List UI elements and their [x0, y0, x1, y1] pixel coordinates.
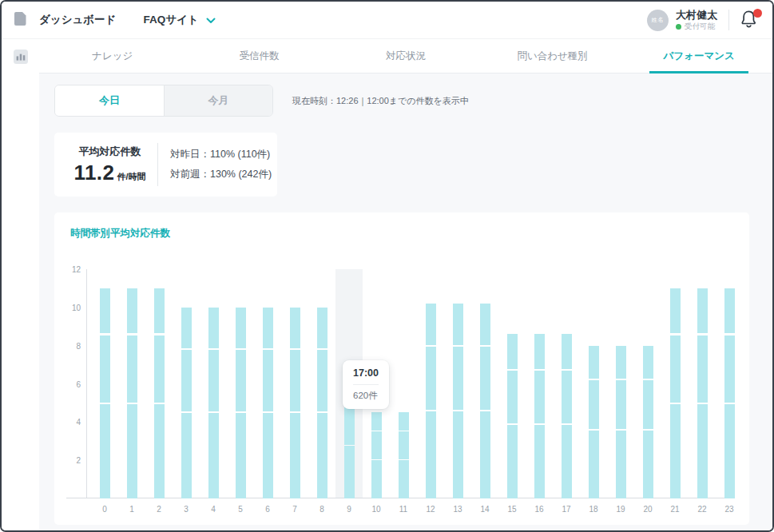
bar-hour-2[interactable] [154, 288, 165, 498]
tab-received-count[interactable]: 受信件数 [186, 39, 333, 73]
bar-hour-13[interactable] [453, 304, 463, 498]
bar-hour-10[interactable] [371, 412, 382, 498]
chart-title: 時間帯別平均対応件数 [70, 227, 741, 240]
bar-hour-20[interactable] [643, 346, 653, 498]
bar-hour-8[interactable] [317, 308, 327, 498]
x-tick: 0 [91, 505, 118, 514]
toggle-this-month-button[interactable]: 今月 [164, 85, 272, 116]
bar-hour-1[interactable] [127, 288, 137, 498]
notification-badge [753, 9, 762, 18]
bar-column-13: 13 [444, 269, 471, 498]
notifications-button[interactable] [740, 10, 760, 30]
main-area: ナレッジ 受信件数 対応状況 問い合わせ種別 パフォーマンス 今日 今月 [39, 39, 772, 530]
bar-hour-3[interactable] [181, 308, 192, 498]
x-tick: 22 [689, 505, 716, 514]
bar-hour-5[interactable] [236, 308, 246, 498]
comparison-last-week: 対前週：130% (242件) [170, 165, 272, 185]
bar-columns: 01234567891011121314151617181920212223 [87, 269, 738, 498]
bar-hour-4[interactable] [208, 308, 219, 498]
plot-area: 01234567891011121314151617181920212223 1… [86, 269, 738, 498]
x-tick: 18 [580, 505, 607, 514]
bell-icon [740, 18, 758, 31]
comparison-block: 対昨日：110% (110件) 対前週：130% (242件) [158, 145, 272, 185]
bar-hour-15[interactable] [507, 334, 518, 498]
bar-column-7: 7 [281, 269, 308, 498]
y-tick: 6 [76, 379, 81, 388]
bar-hour-11[interactable] [399, 412, 409, 498]
x-tick: 14 [471, 505, 498, 514]
x-tick: 12 [417, 505, 444, 514]
average-response-card: 平均対応件数 11.2件/時間 対昨日：110% (110件) 対前週：130%… [54, 133, 277, 197]
bar-hour-17[interactable] [562, 334, 572, 498]
x-tick: 19 [607, 505, 634, 514]
bar-hour-12[interactable] [426, 304, 436, 498]
app-window: ダッシュボード FAQサイト 姓名 大村健太 受付可能 [0, 0, 774, 532]
x-tick: 8 [308, 505, 335, 514]
tab-label: ナレッジ [92, 50, 133, 63]
y-tick: 2 [76, 456, 81, 465]
toggle-today-button[interactable]: 今日 [55, 85, 164, 116]
bar-column-4: 4 [200, 269, 227, 498]
site-selector[interactable]: FAQサイト [143, 13, 215, 27]
x-tick: 16 [526, 505, 553, 514]
metric-block: 平均対応件数 11.2件/時間 [54, 145, 154, 185]
tab-inquiry-type[interactable]: 問い合わせ種別 [479, 39, 626, 73]
tooltip-count: 620件 [353, 390, 379, 402]
user-name: 大村健太 [676, 9, 717, 22]
bar-column-17: 17 [553, 269, 580, 498]
bar-hour-7[interactable] [290, 308, 300, 498]
user-status-label: 受付可能 [685, 22, 715, 31]
bar-column-5: 5 [227, 269, 254, 498]
x-tick: 9 [335, 505, 363, 514]
tab-knowledge[interactable]: ナレッジ [39, 39, 186, 73]
tab-response-status[interactable]: 対応状況 [332, 39, 479, 73]
toggle-this-month-label: 今月 [208, 93, 229, 108]
tooltip-divider [353, 384, 379, 385]
topbar: ダッシュボード FAQサイト 姓名 大村健太 受付可能 [2, 2, 772, 39]
y-tick: 12 [72, 265, 81, 274]
bar-hour-6[interactable] [263, 308, 273, 498]
x-tick: 20 [634, 505, 661, 514]
bar-hour-21[interactable] [670, 288, 681, 498]
tab-performance[interactable]: パフォーマンス [625, 39, 772, 73]
site-selector-label: FAQサイト [143, 13, 198, 27]
tab-label: パフォーマンス [664, 50, 735, 63]
y-tick: 8 [76, 341, 81, 350]
x-tick: 6 [254, 505, 281, 514]
x-tick: 1 [118, 505, 145, 514]
bar-column-21: 21 [661, 269, 689, 498]
bar-column-22: 22 [689, 269, 716, 498]
bar-hour-0[interactable] [100, 288, 110, 498]
avatar-text: 姓名 [652, 16, 665, 24]
bar-column-16: 16 [526, 269, 553, 498]
bar-column-6: 6 [254, 269, 281, 498]
sidebar-item-analytics[interactable] [14, 50, 28, 530]
tab-label: 対応状況 [386, 50, 426, 63]
bar-column-8: 8 [308, 269, 335, 498]
bar-column-18: 18 [580, 269, 607, 498]
bar-hour-14[interactable] [480, 304, 490, 498]
user-menu[interactable]: 姓名 大村健太 受付可能 [647, 9, 717, 31]
period-toggle-row: 今日 今月 現在時刻：12:26｜12:00までの件数を表示中 [54, 85, 757, 117]
metric-label: 平均対応件数 [65, 145, 154, 159]
x-tick: 17 [553, 505, 580, 514]
toggle-today-label: 今日 [99, 93, 120, 108]
y-tick: 10 [72, 303, 81, 312]
bar-hour-23[interactable] [724, 288, 735, 498]
period-toggle-group: 今日 今月 [54, 85, 273, 117]
x-tick: 11 [390, 505, 417, 514]
bar-hour-16[interactable] [534, 334, 545, 498]
bar-column-12: 12 [417, 269, 444, 498]
x-tick: 5 [227, 505, 254, 514]
user-status: 受付可能 [676, 22, 717, 31]
x-tick: 13 [444, 505, 471, 514]
sidebar [2, 39, 39, 530]
bar-hour-19[interactable] [616, 346, 626, 498]
bar-column-19: 19 [607, 269, 634, 498]
current-time-note: 現在時刻：12:26｜12:00までの件数を表示中 [292, 95, 469, 107]
bar-hour-18[interactable] [589, 346, 599, 498]
bar-hour-22[interactable] [697, 288, 708, 498]
chart-tooltip: 17:00 620件 [343, 360, 389, 409]
topbar-left-cell [2, 12, 39, 29]
body-row: ナレッジ 受信件数 対応状況 問い合わせ種別 パフォーマンス 今日 今月 [2, 39, 772, 530]
